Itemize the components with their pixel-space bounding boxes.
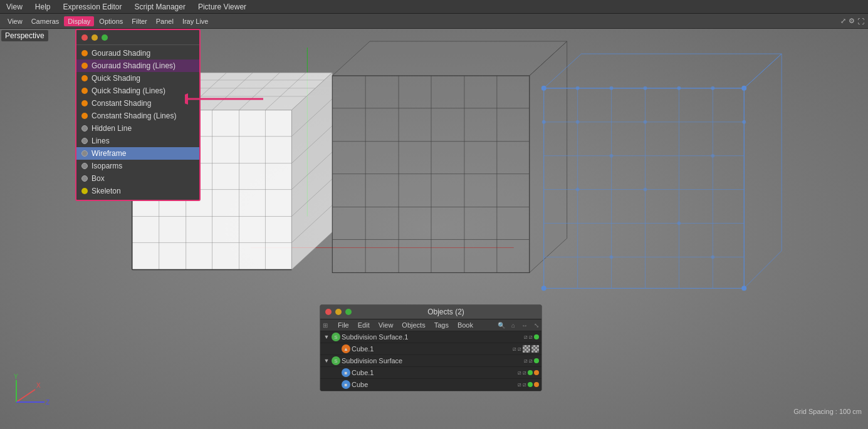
settings-icon[interactable]: ⚙	[849, 17, 855, 25]
svg-point-76	[610, 255, 614, 259]
vis-icon-4[interactable]: ⧄	[518, 370, 521, 376]
svg-point-73	[643, 120, 647, 124]
menu-item-box[interactable]: Box	[76, 172, 199, 185]
svg-marker-55	[544, 54, 782, 88]
menu-item-skeleton[interactable]: Skeleton	[76, 185, 199, 197]
svg-point-57	[541, 86, 546, 91]
expand-arrow-3[interactable]: ▼	[323, 357, 330, 364]
menu-script-manager[interactable]: Script Manager	[128, 1, 192, 13]
display-menu: Gouraud Shading Gouraud Shading (Lines) …	[75, 29, 201, 201]
obj-name-subdivision-1: Subdivision Surface.1	[342, 333, 523, 341]
render-icon-4[interactable]: ⧄	[523, 370, 526, 376]
menu-item-isoparms[interactable]: Isoparms	[76, 160, 199, 172]
win-close-button[interactable]	[81, 34, 88, 41]
obj-menu-view[interactable]: View	[377, 321, 395, 329]
vp-menu-options[interactable]: Options	[95, 16, 127, 26]
obj-row-subdivision-surface-1[interactable]: ▼ S Subdivision Surface.1 ⧄ ⧄	[320, 331, 541, 343]
move-icon[interactable]: ⤢	[840, 17, 846, 25]
vis-icon-2[interactable]: ⧄	[513, 346, 516, 353]
vp-menu-filter[interactable]: Filter	[128, 16, 150, 26]
vis-icon-5[interactable]: ⧄	[518, 381, 521, 388]
obj-menu-book[interactable]: Book	[456, 321, 474, 329]
viewport-area: Perspective	[0, 29, 868, 429]
obj-status-subdivision: ⧄ ⧄	[524, 358, 539, 364]
objects-max-button[interactable]	[345, 309, 352, 315]
display-menu-titlebar	[76, 33, 199, 43]
objects-panel-icon: ⊞	[323, 322, 328, 329]
dot-icon	[81, 138, 88, 144]
menu-expression-editor[interactable]: Expression Editor	[56, 1, 128, 13]
menu-item-quick-shading[interactable]: Quick Shading	[76, 72, 199, 85]
menu-picture-viewer[interactable]: Picture Viewer	[192, 1, 253, 13]
material-dot-2[interactable]	[534, 382, 539, 387]
objects-close-button[interactable]	[325, 309, 332, 315]
vp-menu-view[interactable]: View	[4, 16, 26, 26]
menu-item-gouraud-shading-lines[interactable]: Gouraud Shading (Lines)	[76, 59, 199, 72]
dot-icon	[81, 150, 88, 157]
svg-point-65	[742, 120, 746, 124]
expand-arrow-1[interactable]: ▼	[323, 333, 330, 341]
svg-point-62	[711, 86, 714, 90]
grid-spacing-label: Grid Spacing : 100 cm	[793, 408, 862, 415]
menu-item-gouraud-shading[interactable]: Gouraud Shading	[76, 47, 199, 59]
obj-row-cube-1-a[interactable]: ▲ Cube.1 ⧄ ⧄	[320, 343, 541, 355]
svg-point-71	[576, 120, 580, 124]
arrow-icon[interactable]: ↔	[521, 322, 528, 329]
menu-item-lines[interactable]: Lines	[76, 135, 199, 147]
menu-item-constant-shading-lines[interactable]: Constant Shading (Lines)	[76, 110, 199, 122]
dot-icon	[81, 188, 88, 194]
svg-point-75	[711, 154, 714, 158]
obj-menu-tags[interactable]: Tags	[433, 321, 450, 329]
material-dot-1[interactable]	[534, 370, 539, 375]
obj-row-subdivision-surface[interactable]: ▼ S Subdivision Surface ⧄ ⧄	[320, 355, 541, 367]
menu-separator-top	[76, 44, 199, 45]
vis-icon[interactable]: ⧄	[524, 334, 528, 341]
material-icon[interactable]	[523, 345, 530, 353]
material-icon-2[interactable]	[531, 345, 539, 353]
home-icon[interactable]: ⌂	[511, 322, 515, 329]
obj-menu-edit[interactable]: Edit	[357, 321, 371, 329]
fullscreen-icon[interactable]: ⛶	[857, 18, 864, 25]
vp-menu-panel[interactable]: Panel	[152, 16, 177, 26]
obj-menu-objects[interactable]: Objects	[400, 321, 426, 329]
svg-point-68	[643, 188, 647, 192]
dot-icon	[81, 100, 88, 106]
win-min-button[interactable]	[92, 34, 98, 41]
svg-text:X: X	[36, 382, 41, 389]
vp-menu-cameras[interactable]: Cameras	[28, 16, 63, 26]
obj-icon-cube-1a: ▲	[342, 344, 350, 353]
svg-line-79	[16, 390, 35, 402]
obj-row-cube[interactable]: ■ Cube ⧄ ⧄	[320, 379, 541, 391]
objects-min-button[interactable]	[335, 309, 342, 315]
render-icon[interactable]: ⧄	[529, 334, 533, 341]
expand-icon[interactable]: ⤡	[534, 322, 539, 329]
obj-status-cube-1b: ⧄ ⧄	[518, 370, 539, 376]
obj-row-cube-1-b[interactable]: ■ Cube.1 ⧄ ⧄	[320, 367, 541, 379]
menu-help[interactable]: Help	[29, 1, 57, 13]
search-icon[interactable]: 🔍	[498, 322, 505, 329]
vp-menu-display[interactable]: Display	[64, 16, 94, 26]
render-icon-2[interactable]: ⧄	[518, 346, 521, 353]
svg-point-60	[643, 86, 647, 90]
svg-point-67	[741, 286, 746, 291]
win-max-button[interactable]	[102, 34, 108, 41]
objects-panel: Objects (2) ⊞ File Edit View Objects Tag…	[320, 304, 542, 391]
menu-item-quick-shading-lines[interactable]: Quick Shading (Lines)	[76, 85, 199, 97]
obj-icon-cube: ■	[342, 380, 350, 389]
objects-titlebar: Objects (2)	[320, 305, 541, 319]
dot-icon	[81, 163, 88, 169]
render-icon-3[interactable]: ⧄	[529, 358, 533, 364]
menu-item-hidden-line[interactable]: Hidden Line	[76, 122, 199, 135]
active-dot-4	[528, 382, 533, 387]
menu-item-constant-shading[interactable]: Constant Shading	[76, 97, 199, 110]
svg-point-72	[711, 255, 714, 259]
expand-arrow-4	[333, 369, 340, 376]
dot-icon	[81, 75, 88, 81]
svg-marker-42	[332, 41, 567, 76]
menu-item-wireframe[interactable]: Wireframe	[76, 147, 199, 160]
menu-view[interactable]: View	[0, 1, 29, 13]
vp-menu-iray-live[interactable]: Iray Live	[179, 16, 212, 26]
vis-icon-3[interactable]: ⧄	[524, 358, 528, 364]
obj-menu-file[interactable]: File	[337, 321, 350, 329]
render-icon-5[interactable]: ⧄	[523, 381, 526, 388]
